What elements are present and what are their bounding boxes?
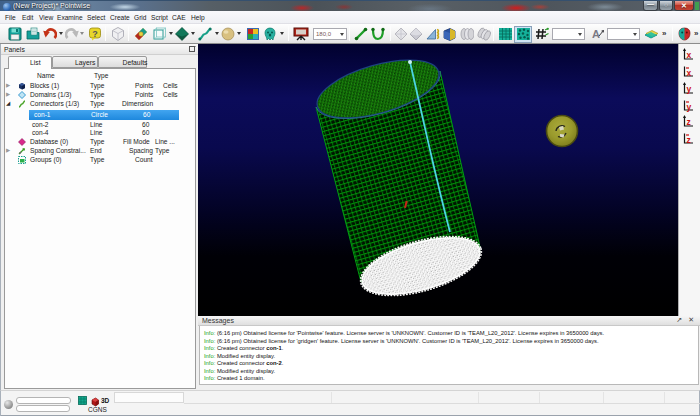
svg-text:A: A: [592, 28, 600, 40]
svg-text:x: x: [687, 68, 692, 78]
svg-text:z: z: [687, 135, 691, 145]
svg-text:y: y: [687, 83, 692, 93]
svg-text:x: x: [687, 50, 692, 60]
svg-text:y: y: [687, 102, 692, 112]
svg-text:z: z: [687, 117, 691, 127]
svg-text:?: ?: [92, 29, 98, 39]
